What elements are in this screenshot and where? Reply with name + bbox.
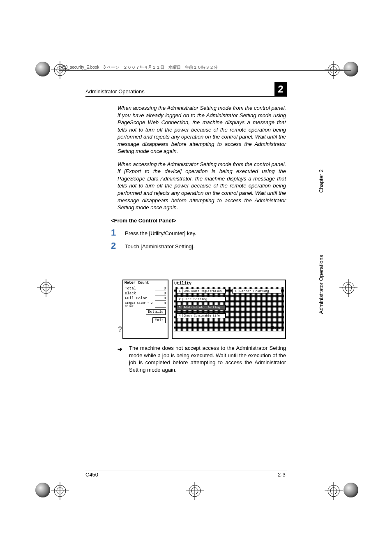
- subsection-heading: <From the Control Panel>: [111, 217, 286, 224]
- meter-count-title: Meter Count: [123, 280, 168, 286]
- utility-item-adminsetting[interactable]: 3 Administrator Setting: [176, 305, 226, 310]
- utility-item-label: One-Touch Registration: [184, 290, 221, 293]
- meter-fullcolor-label: Full Color: [125, 296, 147, 301]
- section-rule: [85, 96, 287, 97]
- close-button[interactable]: Close: [269, 325, 283, 330]
- details-button[interactable]: Details: [146, 309, 166, 315]
- arrow-right-icon: ➔: [118, 345, 129, 373]
- section-title: Administrator Operations: [85, 88, 287, 96]
- footer-page: 2-3: [278, 472, 286, 478]
- crop-mark-icon: [51, 482, 69, 500]
- utility-item-num: 6: [233, 289, 238, 293]
- utility-menu-grid: 1 One-Touch Registration 2 User Setting …: [174, 287, 284, 331]
- utility-title: Utility: [173, 280, 285, 287]
- step-text-2: Touch [Administrator Setting].: [125, 241, 286, 250]
- side-section-label: Administrator Operations: [318, 255, 324, 314]
- utility-item-label: Banner Printing: [240, 289, 269, 293]
- step-number-1: 1: [111, 228, 125, 237]
- utility-pane: Utility 1 One-Touch Registration 2 User …: [172, 280, 286, 339]
- utility-item-banner[interactable]: 6 Banner Printing: [232, 289, 281, 294]
- meter-total-value: 0: [155, 287, 166, 291]
- note-paragraph-2: When accessing the Administrator Setting…: [118, 161, 286, 211]
- meter-count-pane: Meter Count Total0 Black0 Full Color0 Si…: [122, 280, 168, 339]
- meter-black-value: 0: [155, 291, 166, 296]
- meter-singlecolor-value: 0: [155, 301, 166, 308]
- utility-item-label: Check Consumable Life: [184, 314, 220, 317]
- meter-fullcolor-value: 0: [155, 296, 166, 301]
- crop-mark-icon: [339, 279, 357, 297]
- crop-mark-icon: [186, 482, 204, 500]
- footer-rule: [85, 470, 287, 470]
- answer-text: The machine does not accept access to th…: [129, 345, 286, 373]
- meter-black-label: Black: [125, 291, 136, 296]
- chapter-badge: 2: [274, 82, 287, 96]
- control-panel-screenshot: Meter Count Total0 Black0 Full Color0 Si…: [122, 280, 287, 339]
- doc-header: c450_security_E.book 3 ページ ２００７年４月１１日 水曜…: [59, 65, 351, 73]
- doc-header-rule: [59, 70, 351, 71]
- utility-item-label: Administrator Setting: [184, 306, 220, 309]
- meter-singlecolor-label: Single Color + 2 Color: [125, 301, 155, 308]
- utility-item-label: User Setting: [184, 298, 208, 301]
- step-number-2: 2: [111, 241, 125, 250]
- crop-mark-icon: [37, 279, 55, 297]
- exit-button[interactable]: Exit: [152, 317, 166, 323]
- utility-item-num: 4: [178, 314, 182, 317]
- footer-model: C450: [85, 472, 98, 478]
- utility-item-usersetting[interactable]: 2 User Setting: [176, 297, 226, 302]
- crop-mark-icon: [325, 482, 343, 500]
- meter-total-label: Total: [125, 287, 136, 291]
- step-text-1: Press the [Utility/Counter] key.: [125, 228, 286, 237]
- note-paragraph-1: When accessing the Administrator Setting…: [118, 104, 286, 155]
- utility-item-num: 1: [178, 289, 182, 293]
- utility-item-num: 3: [178, 306, 182, 309]
- utility-item-num: 2: [178, 298, 182, 301]
- utility-item-consumable[interactable]: 4 Check Consumable Life: [176, 313, 226, 318]
- side-chapter-label: Chapter 2: [318, 169, 324, 193]
- utility-item-onetouch[interactable]: 1 One-Touch Registration: [176, 289, 226, 294]
